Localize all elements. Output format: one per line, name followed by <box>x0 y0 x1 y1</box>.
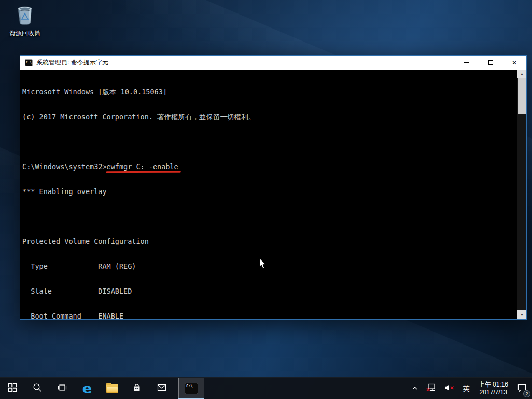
clock-time: 上午 01:16 <box>479 381 508 389</box>
console-line <box>22 137 517 146</box>
recycle-bin-icon <box>15 19 35 27</box>
network-disconnected-icon <box>426 383 436 393</box>
scrollbar[interactable]: ▲ ▼ <box>517 70 526 319</box>
ime-language-indicator[interactable]: 英 <box>459 378 474 399</box>
file-explorer-button[interactable] <box>100 378 124 399</box>
search-button[interactable] <box>25 378 50 399</box>
console-line: Protected Volume Configuration <box>22 237 517 245</box>
console-line <box>22 212 517 221</box>
windows-logo-icon <box>8 383 17 394</box>
window-title: 系統管理員: 命令提示字元 <box>36 58 108 67</box>
volume-muted-icon <box>444 384 455 393</box>
minimize-icon <box>464 62 469 63</box>
console-line: State DISABLED <box>22 287 517 295</box>
mail-envelope-icon <box>157 384 166 393</box>
edge-icon: e <box>82 381 92 395</box>
recycle-bin-label: 資源回收筒 <box>4 29 46 38</box>
recycle-bin-shortcut[interactable]: 資源回收筒 <box>4 4 46 38</box>
command-line: C:\Windows\system32>ewfmgr C: -enable <box>22 162 517 171</box>
store-bag-icon <box>132 383 142 394</box>
cmd-taskbar-button[interactable]: C:\_ <box>178 378 204 399</box>
window-titlebar[interactable]: C:\_ 系統管理員: 命令提示字元 ✕ <box>20 56 526 70</box>
system-tray: 英 上午 01:16 2017/7/13 2 <box>408 378 532 399</box>
scroll-thumb[interactable] <box>518 78 526 114</box>
chevron-up-icon <box>412 384 418 392</box>
action-center-button[interactable]: 2 <box>513 378 531 399</box>
scroll-down-button[interactable]: ▼ <box>517 310 526 319</box>
clock-date: 2017/7/13 <box>480 389 507 396</box>
console-line: *** Enabling overlay <box>22 187 517 196</box>
store-button[interactable] <box>124 378 149 399</box>
console[interactable]: Microsoft Windows [版本 10.0.15063] (c) 20… <box>20 70 526 319</box>
network-status-button[interactable] <box>422 378 440 399</box>
tray-expand-button[interactable] <box>408 378 422 399</box>
cmd-icon: C:\_ <box>25 59 33 66</box>
prompt-text: C:\Windows\system32> <box>22 162 107 171</box>
clock[interactable]: 上午 01:16 2017/7/13 <box>474 378 513 399</box>
search-icon <box>33 383 42 394</box>
command-text: ewfmgr C: -enable <box>107 162 178 171</box>
console-line: Boot Command ENABLE <box>22 312 517 319</box>
folder-icon <box>106 384 118 393</box>
cmd-icon: C:\_ <box>185 383 198 394</box>
desktop[interactable]: { "desktop": { "recycle_bin_label": "資源回… <box>0 0 532 399</box>
cmd-window[interactable]: C:\_ 系統管理員: 命令提示字元 ✕ Microsoft Windows [… <box>20 55 527 320</box>
console-line: Type RAM (REG) <box>22 262 517 270</box>
mail-button[interactable] <box>149 378 174 399</box>
volume-status-button[interactable] <box>440 378 459 399</box>
start-button[interactable] <box>0 378 25 399</box>
red-underline-annotation <box>106 171 181 173</box>
taskbar: e C:\_ 英 上午 <box>0 377 532 399</box>
console-line: (c) 2017 Microsoft Corporation. 著作權所有，並保… <box>22 113 517 121</box>
notification-badge: 2 <box>523 390 530 397</box>
scroll-up-button[interactable]: ▲ <box>517 70 526 78</box>
close-button[interactable]: ✕ <box>502 56 526 70</box>
close-icon: ✕ <box>512 59 517 66</box>
console-line: Microsoft Windows [版本 10.0.15063] <box>22 88 517 96</box>
maximize-button[interactable] <box>479 56 502 70</box>
task-view-button[interactable] <box>50 378 75 399</box>
task-view-icon <box>58 383 67 393</box>
edge-button[interactable]: e <box>75 378 100 399</box>
window-controls: ✕ <box>455 56 526 70</box>
console-output: Microsoft Windows [版本 10.0.15063] (c) 20… <box>20 70 517 319</box>
maximize-icon <box>488 60 493 65</box>
minimize-button[interactable] <box>455 56 479 70</box>
